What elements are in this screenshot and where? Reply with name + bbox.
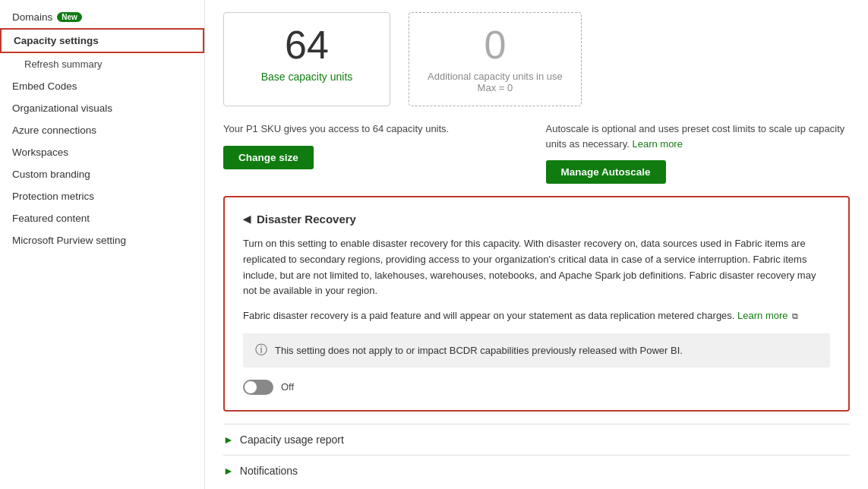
base-capacity-number: 64 xyxy=(242,25,371,65)
autoscale-description-text: Autoscale is optional and uses preset co… xyxy=(546,121,851,151)
base-capacity-label: Base capacity units xyxy=(242,71,371,83)
sku-description-text: Your P1 SKU gives you access to 64 capac… xyxy=(223,121,528,137)
disaster-recovery-info-text: This setting does not apply to or impact… xyxy=(275,345,683,356)
disaster-recovery-section: ◀ Disaster Recovery Turn on this setting… xyxy=(223,196,850,412)
sidebar-item-label-organizational-visuals: Organizational visuals xyxy=(12,103,112,114)
sidebar-item-label-protection-metrics: Protection metrics xyxy=(12,191,94,202)
external-link-icon: ⧉ xyxy=(792,311,798,320)
disaster-recovery-toggle[interactable] xyxy=(243,380,273,395)
sidebar-item-label-embed-codes: Embed Codes xyxy=(12,80,77,92)
capacity-cards-row: 64 Base capacity units 0 Additional capa… xyxy=(223,12,850,106)
sidebar-item-capacity-settings[interactable]: Capacity settings xyxy=(0,28,204,53)
base-capacity-card: 64 Base capacity units xyxy=(223,12,390,106)
notifications-section[interactable]: ► Notifications xyxy=(223,455,850,486)
sidebar-item-embed-codes[interactable]: Embed Codes xyxy=(0,75,204,97)
disaster-recovery-learn-more-link[interactable]: Learn more xyxy=(737,310,788,321)
disaster-recovery-toggle-row: Off xyxy=(243,380,830,395)
autoscale-learn-more-link[interactable]: Learn more xyxy=(632,138,682,150)
sidebar-item-label-microsoft-purview: Microsoft Purview setting xyxy=(12,235,126,246)
sidebar-item-microsoft-purview[interactable]: Microsoft Purview setting xyxy=(0,229,204,251)
sidebar-item-custom-branding[interactable]: Custom branding xyxy=(0,163,204,185)
additional-capacity-number: 0 xyxy=(428,25,563,65)
sidebar-item-featured-content[interactable]: Featured content xyxy=(0,207,204,229)
disaster-recovery-toggle-label: Off xyxy=(281,381,294,393)
autoscale-description-col: Autoscale is optional and uses preset co… xyxy=(546,121,851,184)
disaster-recovery-para2: Fabric disaster recovery is a paid featu… xyxy=(243,308,830,324)
additional-capacity-label: Additional capacity units in use Max = 0 xyxy=(428,71,563,93)
sidebar-item-workspaces[interactable]: Workspaces xyxy=(0,141,204,163)
info-icon: ⓘ xyxy=(255,342,267,358)
sidebar-item-label-domains: Domains xyxy=(12,11,52,23)
sidebar: DomainsNewCapacity settingsRefresh summa… xyxy=(0,0,205,489)
capacity-usage-report-section[interactable]: ► Capacity usage report xyxy=(223,424,850,455)
capacity-usage-chevron-icon: ► xyxy=(223,434,234,446)
disaster-recovery-title: ◀ Disaster Recovery xyxy=(243,213,830,226)
notifications-chevron-icon: ► xyxy=(223,465,234,477)
sidebar-item-label-capacity-settings: Capacity settings xyxy=(14,35,99,46)
sidebar-item-azure-connections[interactable]: Azure connections xyxy=(0,119,204,141)
manage-autoscale-button[interactable]: Manage Autoscale xyxy=(546,160,666,184)
sidebar-item-label-refresh-summary: Refresh summary xyxy=(24,58,103,70)
notifications-label: Notifications xyxy=(240,465,298,477)
sidebar-item-label-custom-branding: Custom branding xyxy=(12,169,90,180)
sidebar-item-refresh-summary[interactable]: Refresh summary xyxy=(0,53,204,75)
sidebar-item-domains[interactable]: DomainsNew xyxy=(0,6,204,28)
triangle-icon: ◀ xyxy=(243,213,251,225)
disaster-recovery-body: Turn on this setting to enable disaster … xyxy=(243,236,830,395)
sku-description-col: Your P1 SKU gives you access to 64 capac… xyxy=(223,121,528,184)
main-content: 64 Base capacity units 0 Additional capa… xyxy=(205,0,868,489)
disaster-recovery-para1: Turn on this setting to enable disaster … xyxy=(243,236,830,299)
capacity-usage-report-label: Capacity usage report xyxy=(240,434,344,446)
description-row: Your P1 SKU gives you access to 64 capac… xyxy=(223,121,850,184)
sidebar-item-label-azure-connections: Azure connections xyxy=(12,125,96,136)
disaster-recovery-info-box: ⓘ This setting does not apply to or impa… xyxy=(243,333,830,368)
additional-capacity-card: 0 Additional capacity units in use Max =… xyxy=(409,12,582,106)
change-size-button[interactable]: Change size xyxy=(223,146,314,169)
sidebar-item-protection-metrics[interactable]: Protection metrics xyxy=(0,185,204,207)
sidebar-item-label-featured-content: Featured content xyxy=(12,213,90,224)
sidebar-item-label-workspaces: Workspaces xyxy=(12,147,68,158)
sidebar-item-organizational-visuals[interactable]: Organizational visuals xyxy=(0,97,204,119)
badge-domains: New xyxy=(57,12,82,22)
